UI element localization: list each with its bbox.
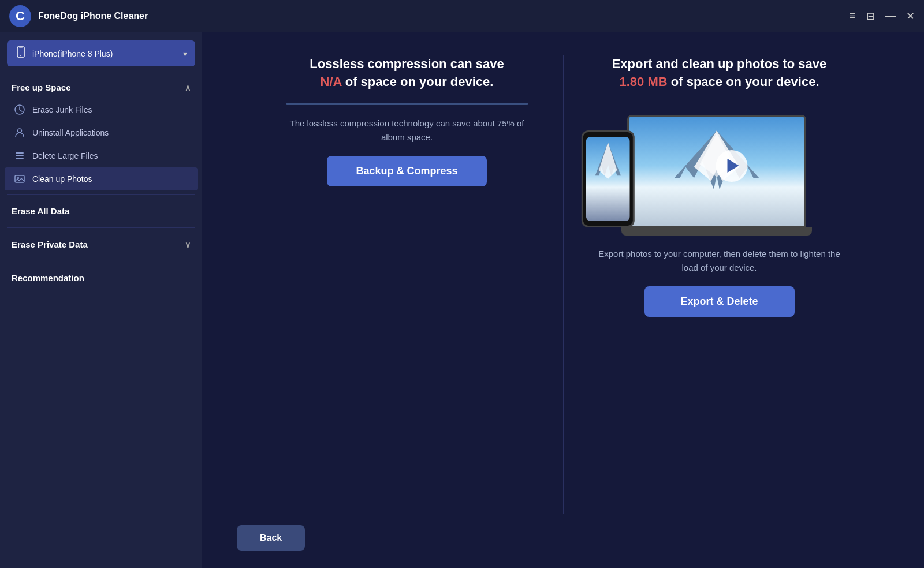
clock-icon	[14, 104, 25, 115]
content-cards: Lossless compression can save N/A of spa…	[237, 55, 889, 514]
svg-point-6	[18, 129, 22, 133]
phone-device	[581, 130, 634, 227]
svg-rect-10	[15, 175, 24, 182]
svg-rect-8	[16, 155, 24, 156]
cards-divider	[563, 55, 564, 514]
export-description: Export photos to your computer, then del…	[598, 247, 841, 275]
export-delete-button[interactable]: Export & Delete	[644, 286, 795, 317]
compress-card: Lossless compression can save N/A of spa…	[286, 55, 528, 186]
free-up-space-label: Free up Space	[12, 83, 71, 92]
sidebar-item-uninstall-apps[interactable]: Uninstall Applications	[5, 121, 198, 144]
compress-description: The lossless compression technology can …	[286, 117, 528, 144]
minimize-icon[interactable]: —	[885, 10, 896, 22]
sidebar-divider-3	[7, 261, 195, 261]
free-up-space-header[interactable]: Free up Space ∧	[5, 74, 198, 98]
dropdown-arrow-icon: ▾	[183, 49, 187, 58]
sidebar-item-erase-private[interactable]: Erase Private Data ∨	[0, 231, 202, 257]
compress-title-part2: of space on your device.	[345, 74, 494, 89]
compress-play-button[interactable]	[393, 103, 422, 105]
erase-junk-label: Erase Junk Files	[32, 105, 92, 114]
sidebar: iPhone(iPhone 8 Plus) ▾ Free up Space ∧ …	[0, 32, 202, 568]
sidebar-divider-2	[7, 227, 195, 228]
list-icon	[14, 150, 25, 162]
app-title: FoneDog iPhone Cleaner	[38, 11, 849, 21]
laptop-base	[621, 227, 812, 236]
back-button[interactable]: Back	[237, 525, 305, 551]
device-selector[interactable]: iPhone(iPhone 8 Plus) ▾	[7, 40, 195, 66]
title-bar: C FoneDog iPhone Cleaner ≡ ⊟ — ✕	[0, 0, 924, 32]
bottom-bar: Back	[237, 514, 889, 551]
compress-title-highlight: N/A	[321, 74, 342, 89]
sidebar-item-erase-junk[interactable]: Erase Junk Files	[5, 98, 198, 121]
phone-mountain-svg	[586, 137, 629, 221]
window-controls: ≡ ⊟ — ✕	[849, 9, 915, 23]
sidebar-divider-1	[7, 194, 195, 195]
export-image	[598, 103, 841, 236]
free-up-space-section: Free up Space ∧ Erase Junk Files	[0, 74, 202, 190]
chevron-up-icon: ∧	[185, 83, 191, 92]
export-title-part2: of space on your device.	[671, 74, 819, 89]
menu-icon[interactable]: ≡	[849, 9, 856, 23]
svg-rect-3	[19, 48, 23, 48]
erase-private-label: Erase Private Data	[12, 240, 88, 249]
clean-photos-label: Clean up Photos	[32, 174, 92, 184]
chevron-down-icon: ∨	[185, 240, 191, 249]
backup-compress-button[interactable]: Backup & Compress	[327, 156, 486, 186]
svg-rect-9	[16, 158, 24, 159]
device-label: iPhone(iPhone 8 Plus)	[32, 49, 183, 58]
export-title-part1: Export and clean up photos to save	[612, 57, 827, 71]
svg-point-4	[20, 55, 21, 57]
erase-all-data-label: Erase All Data	[12, 206, 69, 216]
sidebar-item-recommendation[interactable]: Recommendation	[0, 265, 202, 291]
close-icon[interactable]: ✕	[906, 10, 915, 23]
app-logo: C	[9, 5, 31, 27]
sidebar-item-clean-photos[interactable]: Clean up Photos	[5, 167, 198, 190]
content-area: Lossless compression can save N/A of spa…	[202, 32, 924, 568]
export-play-button[interactable]	[716, 150, 747, 182]
phone-screen	[586, 137, 629, 221]
person-icon	[14, 127, 25, 139]
compress-title-part1: Lossless compression can save	[310, 57, 504, 71]
export-card: Export and clean up photos to save 1.80 …	[598, 55, 841, 317]
device-icon	[15, 46, 27, 61]
image-icon	[14, 173, 25, 185]
main-layout: iPhone(iPhone 8 Plus) ▾ Free up Space ∧ …	[0, 32, 924, 568]
export-card-title: Export and clean up photos to save 1.80 …	[598, 55, 841, 91]
delete-large-label: Delete Large Files	[32, 151, 98, 160]
compress-card-title: Lossless compression can save N/A of spa…	[310, 55, 504, 91]
compression-image: Before (102MB) After (26MB)	[286, 103, 528, 105]
svg-rect-7	[16, 152, 24, 154]
recommendation-label: Recommendation	[12, 273, 84, 283]
svg-text:C: C	[16, 9, 25, 23]
chat-icon[interactable]: ⊟	[866, 10, 875, 23]
sidebar-item-delete-large[interactable]: Delete Large Files	[5, 144, 198, 167]
export-title-highlight: 1.80 MB	[619, 74, 667, 89]
sidebar-item-erase-all-data[interactable]: Erase All Data	[0, 198, 202, 224]
uninstall-apps-label: Uninstall Applications	[32, 128, 109, 137]
